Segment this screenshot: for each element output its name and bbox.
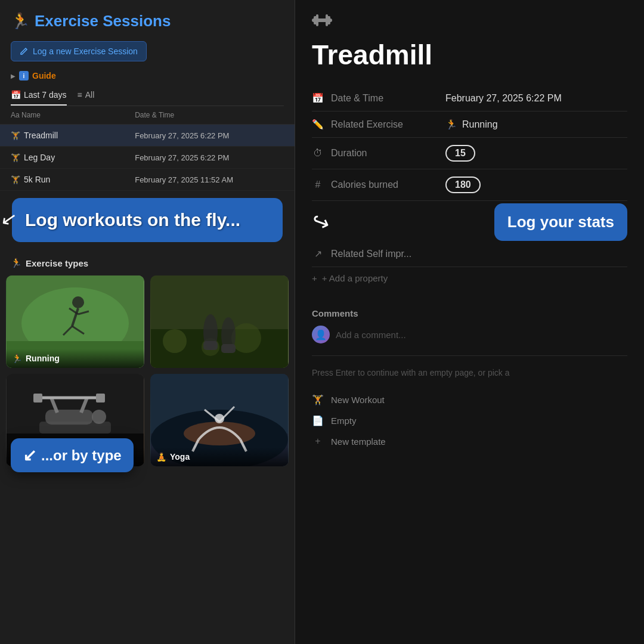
clock-prop-icon: ⏱ — [312, 148, 324, 159]
tab-last-7-days[interactable]: 📅 Last 7 days — [11, 90, 67, 106]
arrow-icon: ↙ — [0, 206, 19, 231]
svg-rect-21 — [45, 410, 93, 425]
property-self-improvement: ↗ Related Self impr... — [312, 241, 627, 267]
running-tag-icon: 🏃 — [445, 119, 457, 130]
template-empty[interactable]: 📄 Empty — [312, 410, 627, 431]
svg-point-13 — [231, 323, 261, 353]
svg-point-3 — [72, 296, 84, 308]
page-template-icon: 📄 — [312, 415, 324, 426]
log-stats-button[interactable]: Log your stats — [494, 203, 627, 241]
add-property-button[interactable]: + + Add a property — [312, 267, 627, 289]
running-person-icon: 🏃 — [11, 258, 22, 268]
svg-rect-26 — [33, 394, 42, 402]
plus-icon: + — [312, 273, 317, 283]
log-button-label: Log a new Exercise Session — [33, 47, 138, 56]
col-name-header: Aa Name — [11, 111, 135, 119]
exercise-types-section: 🏃 Exercise types — [0, 249, 295, 644]
arrow-ne-icon: ↗ — [312, 248, 324, 259]
exercise-grid: 🏃 Running — [6, 275, 289, 466]
log-workouts-callout: Log workouts on the fly... ↙ — [12, 198, 283, 242]
edit-icon — [20, 47, 28, 55]
comment-input-row: 👤 Add a comment... — [312, 326, 627, 343]
template-new-workout-label: New Workout — [331, 395, 385, 405]
svg-rect-41 — [326, 14, 328, 26]
detail-icon — [312, 12, 627, 33]
divider — [312, 355, 627, 356]
svg-rect-16 — [203, 341, 218, 350]
app-emoji: 🏃 — [11, 12, 30, 30]
row-name-treadmill: 🏋 Treadmill — [11, 131, 135, 140]
template-new-template[interactable]: + New template — [312, 431, 627, 451]
prop-value-datetime: February 27, 2025 6:22 PM — [445, 93, 562, 104]
row-name-5krun: 🏋 5k Run — [11, 175, 135, 184]
left-panel: 🏃 Exercise Sessions Log a new Exercise S… — [0, 0, 295, 644]
table-header: Aa Name Date & Time — [0, 106, 295, 125]
right-panel: Treadmill 📅 Date & Time February 27, 202… — [295, 0, 644, 644]
trails-scene-svg — [150, 275, 289, 368]
arrow-down-icon: ↙ — [23, 445, 36, 465]
exercise-types-label: Exercise types — [26, 258, 88, 268]
prop-value-calories[interactable]: 180 — [445, 177, 481, 193]
dumbbell-icon: 🏋 — [11, 153, 20, 162]
callout-text: Log workouts on the fly... — [25, 210, 240, 230]
svg-rect-27 — [96, 394, 105, 402]
or-by-type-callout: ↙ ...or by type — [11, 438, 134, 472]
or-by-type-area: ↙ ...or by type — [6, 438, 289, 472]
table-row[interactable]: 🏋 Leg Day February 27, 2025 6:22 PM — [0, 147, 295, 169]
dumbbell-icon: 🏋 — [11, 175, 20, 184]
dumbbell-detail-icon — [312, 12, 332, 29]
svg-point-11 — [163, 329, 187, 353]
table-row[interactable]: 🏋 Treadmill February 27, 2025 6:22 PM — [0, 125, 295, 147]
user-avatar: 👤 — [312, 326, 330, 343]
hint-text: Press Enter to continue with an empty pa… — [312, 368, 627, 377]
prop-value-duration[interactable]: 15 — [445, 145, 475, 162]
hash-prop-icon: # — [312, 179, 324, 190]
svg-rect-40 — [316, 14, 318, 26]
arrow-to-calories-icon: ↩ — [308, 208, 334, 237]
related-exercise-value: Running — [462, 119, 498, 130]
dumbbell-template-icon: 🏋 — [312, 394, 324, 405]
log-stats-area: ↩ Log your stats — [312, 203, 627, 241]
card-label-running: 🏃 Running — [6, 349, 144, 368]
guide-label: Guide — [32, 71, 56, 80]
template-empty-label: Empty — [331, 416, 357, 426]
property-related-exercise: ✏️ Related Exercise 🏃 Running — [312, 112, 627, 138]
log-stats-label: Log your stats — [507, 213, 614, 231]
svg-point-22 — [92, 410, 106, 424]
tab-all[interactable]: ≡ All — [78, 90, 95, 106]
guide-arrow-icon: ▶ — [11, 73, 16, 79]
row-date-legday: February 27, 2025 6:22 PM — [135, 153, 284, 162]
prop-value-related: 🏃 Running — [445, 119, 498, 130]
table-row[interactable]: 🏋 5k Run February 27, 2025 11:52 AM — [0, 169, 295, 191]
tab-label-all: All — [85, 90, 95, 100]
prop-label-datetime: Date & Time — [331, 93, 438, 104]
svg-point-36 — [215, 414, 224, 423]
plus-template-icon: + — [312, 436, 324, 447]
running-icon: 🏃 — [12, 354, 22, 363]
calendar-prop-icon: 📅 — [312, 92, 324, 104]
list-icon: ≡ — [78, 90, 82, 100]
prop-label-calories: Calories burned — [331, 179, 438, 190]
exercise-table: Aa Name Date & Time 🏋 Treadmill February… — [0, 106, 295, 191]
tab-label-7days: Last 7 days — [24, 90, 67, 100]
exercise-card-trails[interactable] — [150, 275, 289, 368]
property-duration: ⏱ Duration 15 — [312, 138, 627, 169]
prop-label-self-impr: Related Self impr... — [331, 249, 438, 259]
exercise-card-running[interactable]: 🏃 Running — [6, 275, 144, 368]
or-by-type-text: ...or by type — [41, 447, 122, 464]
info-icon: i — [19, 71, 29, 80]
guide-row[interactable]: ▶ i Guide — [11, 71, 284, 80]
template-new-workout[interactable]: 🏋 New Workout — [312, 389, 627, 410]
tabs-row: 📅 Last 7 days ≡ All — [11, 90, 284, 106]
svg-rect-17 — [221, 344, 236, 353]
calendar-icon: 📅 — [11, 90, 21, 100]
detail-title: Treadmill — [312, 39, 627, 71]
comments-label: Comments — [312, 308, 627, 318]
comments-section: Comments 👤 Add a comment... — [312, 299, 627, 343]
property-datetime: 📅 Date & Time February 27, 2025 6:22 PM — [312, 85, 627, 112]
app-title-text: Exercise Sessions — [35, 12, 171, 30]
log-session-button[interactable]: Log a new Exercise Session — [11, 41, 147, 61]
comment-placeholder[interactable]: Add a comment... — [336, 330, 406, 340]
exercise-grid-wrapper: 🏃 Running — [6, 275, 289, 466]
prop-label-related: Related Exercise — [331, 119, 438, 130]
